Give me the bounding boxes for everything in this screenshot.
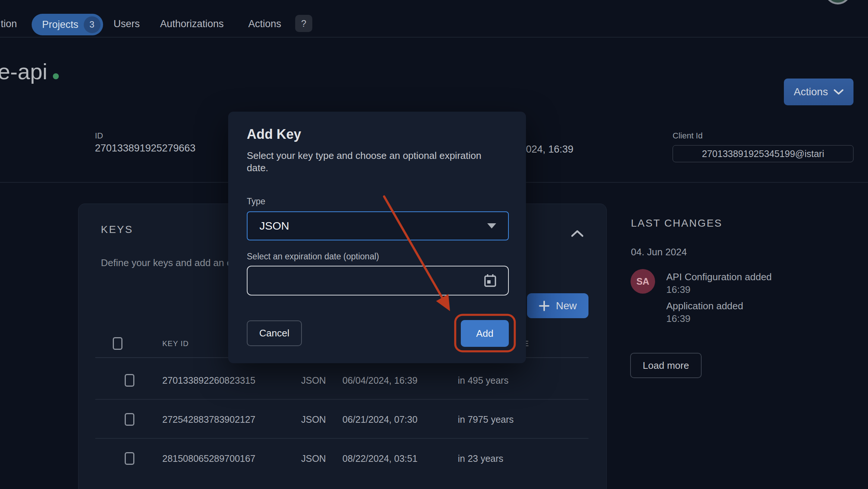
page-actions-button[interactable]: Actions (784, 79, 853, 105)
projects-count-badge: 3 (84, 16, 100, 33)
client-id-field[interactable]: 270133891925345199@istari (673, 145, 853, 162)
add-button[interactable]: Add (461, 320, 509, 347)
cell-expires: in 23 years (458, 453, 503, 464)
cell-date: 06/04/2024, 16:39 (342, 375, 418, 386)
nav-tab-actions[interactable]: Actions (248, 18, 281, 30)
select-caret-icon (487, 223, 496, 228)
change-event-time: 16:39 (666, 284, 690, 295)
page-actions-label: Actions (794, 86, 828, 98)
select-all-checkbox[interactable] (113, 337, 122, 350)
client-id-value: 270133891925345199@istari (702, 148, 824, 159)
id-label: ID (95, 131, 103, 141)
modal-description: Select your key type and choose an optio… (247, 150, 504, 175)
keys-panel-title: KEYS (101, 224, 133, 236)
last-changes-date: 04. Jun 2024 (631, 246, 687, 258)
status-dot-icon (53, 73, 59, 79)
id-value: 270133891925279663 (95, 143, 195, 154)
plus-icon (539, 300, 550, 311)
cell-date: 08/22/2024, 03:51 (342, 453, 418, 464)
expiration-date-input[interactable] (247, 266, 509, 295)
cancel-button[interactable]: Cancel (247, 320, 302, 346)
keys-panel-subtitle: Define your keys and add an o (101, 257, 232, 269)
client-id-label: Client Id (673, 131, 703, 141)
cell-key-id: 281508065289700167 (162, 453, 255, 464)
nav-projects-label: Projects (42, 19, 79, 31)
cell-type: JSON (301, 375, 326, 386)
add-key-modal: Add Key Select your key type and choose … (228, 112, 526, 363)
change-event-time: 16:39 (666, 313, 690, 325)
nav-tab-projects[interactable]: Projects 3 (32, 14, 103, 35)
cell-key-id: 272542883783902127 (162, 414, 255, 425)
change-event-label: API Configuration added (666, 271, 772, 283)
cell-key-id: 270133892260823315 (162, 375, 255, 386)
user-avatar[interactable] (825, 0, 851, 4)
cell-type: JSON (301, 414, 326, 425)
key-type-select[interactable]: JSON (247, 211, 509, 240)
page-title: e-api (0, 59, 47, 84)
cell-expires: in 7975 years (458, 414, 514, 425)
type-field-label: Type (247, 196, 265, 207)
help-button[interactable]: ? (295, 15, 312, 32)
nav-tab-users[interactable]: Users (114, 18, 140, 30)
modal-title: Add Key (247, 127, 301, 142)
collapse-chevron-up-icon[interactable] (571, 230, 583, 237)
new-key-button[interactable]: New (527, 293, 588, 318)
app-root: tion Projects 3 Users Authorizations Act… (0, 0, 868, 489)
change-event-label: Application added (666, 300, 743, 312)
created-date-fragment: 024, 16:39 (526, 144, 574, 155)
cell-type: JSON (301, 453, 326, 464)
avatar-initials: SA (636, 276, 650, 287)
key-type-value: JSON (259, 220, 289, 232)
expiration-field-label: Select an expiration date (optional) (247, 252, 379, 262)
row-divider (95, 399, 588, 400)
cell-expires: in 495 years (458, 375, 508, 386)
load-more-button[interactable]: Load more (630, 353, 702, 378)
row-checkbox[interactable] (125, 374, 134, 387)
last-changes-title: LAST CHANGES (631, 217, 722, 229)
cell-date: 06/21/2024, 07:30 (342, 414, 418, 425)
chevron-down-icon (834, 89, 843, 95)
nav-item-cut-fragment[interactable]: tion (1, 18, 17, 30)
column-header-key-id: KEY ID (162, 339, 189, 348)
avatar: SA (631, 269, 655, 294)
nav-divider (0, 37, 868, 38)
add-label: Add (476, 328, 493, 339)
row-checkbox[interactable] (125, 413, 134, 426)
new-key-label: New (556, 300, 577, 312)
load-more-label: Load more (643, 360, 689, 371)
calendar-icon[interactable] (484, 274, 497, 288)
nav-tab-authorizations[interactable]: Authorizations (160, 18, 224, 30)
row-divider (95, 438, 588, 439)
cancel-label: Cancel (259, 327, 290, 339)
row-checkbox[interactable] (125, 452, 134, 465)
